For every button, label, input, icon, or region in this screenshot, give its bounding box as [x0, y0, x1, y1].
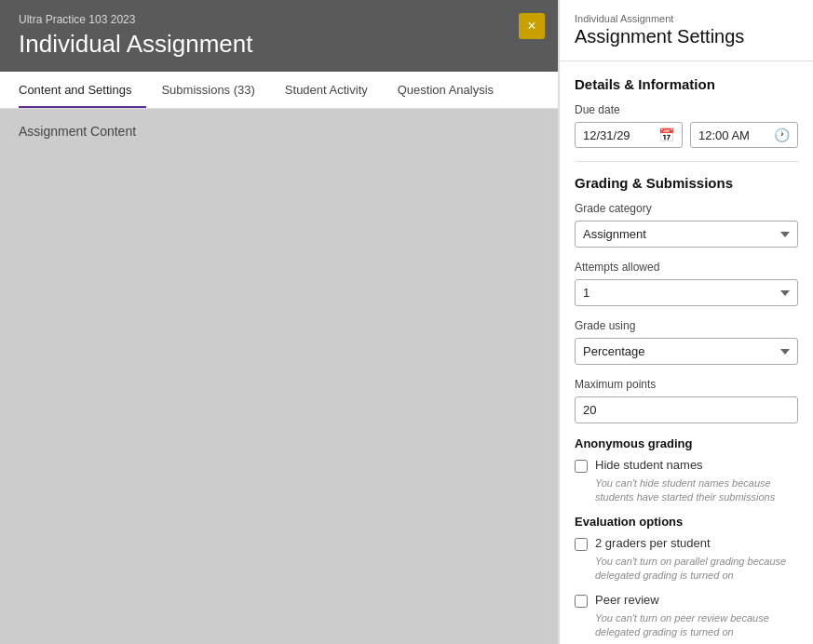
grading-section-title: Grading & Submissions: [575, 175, 798, 191]
max-points-input[interactable]: [575, 396, 798, 423]
attempts-allowed-group: Attempts allowed 1 2 3 Unlimited: [575, 261, 798, 306]
left-panel: Ultra Practice 103 2023 Individual Assig…: [0, 0, 559, 644]
tab-bar: Content and Settings Submissions (33) St…: [0, 72, 558, 109]
panel-label: Individual Assignment: [575, 13, 798, 24]
max-points-label: Maximum points: [575, 378, 798, 391]
details-section-title: Details & Information: [575, 76, 798, 92]
right-panel-body: Details & Information Due date 12/31/29 …: [560, 61, 813, 644]
tab-submissions[interactable]: Submissions (33): [161, 72, 269, 108]
right-panel: Individual Assignment Assignment Setting…: [559, 0, 813, 644]
content-area-label: Assignment Content: [19, 124, 136, 139]
grade-category-group: Grade category Assignment Test Discussio…: [575, 202, 798, 248]
grade-category-label: Grade category: [575, 202, 798, 215]
close-button[interactable]: ×: [519, 13, 545, 39]
tab-content-settings[interactable]: Content and Settings: [19, 72, 146, 108]
section-divider-1: [575, 161, 798, 162]
date-value: 12/31/29: [583, 128, 630, 142]
content-area: Assignment Content: [0, 109, 558, 644]
graders-per-student-checkbox[interactable]: [575, 538, 588, 551]
peer-review-row: Peer review: [575, 593, 798, 608]
graders-per-student-label: 2 graders per student: [595, 536, 711, 550]
hide-student-names-helper: You can't hide student names because stu…: [595, 476, 798, 505]
due-date-row: 12/31/29 📅 12:00 AM 🕐: [575, 122, 798, 148]
graders-per-student-helper: You can't turn on parallel grading becau…: [595, 555, 798, 584]
peer-review-label: Peer review: [595, 593, 659, 607]
peer-review-helper: You can't turn on peer review because de…: [595, 611, 798, 640]
time-input[interactable]: 12:00 AM 🕐: [690, 122, 798, 148]
tab-student-activity[interactable]: Student Activity: [285, 72, 383, 108]
page-title: Individual Assignment: [19, 30, 539, 59]
grade-using-label: Grade using: [575, 319, 798, 332]
calendar-icon: 📅: [658, 127, 674, 142]
grade-using-group: Grade using Percentage Points Letter: [575, 319, 798, 365]
grade-category-select[interactable]: Assignment Test Discussion Ungraded: [575, 221, 798, 248]
left-header: Ultra Practice 103 2023 Individual Assig…: [0, 0, 558, 72]
hide-student-names-checkbox[interactable]: [575, 460, 588, 473]
panel-title: Assignment Settings: [575, 26, 798, 47]
right-panel-header: Individual Assignment Assignment Setting…: [560, 0, 813, 61]
time-value: 12:00 AM: [698, 128, 750, 142]
attempts-allowed-select[interactable]: 1 2 3 Unlimited: [575, 279, 798, 306]
evaluation-options-title: Evaluation options: [575, 515, 798, 529]
course-name: Ultra Practice 103 2023: [19, 13, 539, 26]
max-points-group: Maximum points: [575, 378, 798, 423]
clock-icon: 🕐: [774, 127, 790, 142]
graders-per-student-row: 2 graders per student: [575, 536, 798, 551]
peer-review-checkbox[interactable]: [575, 595, 588, 608]
due-date-label: Due date: [575, 103, 798, 116]
grade-using-select[interactable]: Percentage Points Letter: [575, 338, 798, 365]
anonymous-grading-title: Anonymous grading: [575, 436, 798, 450]
attempts-allowed-label: Attempts allowed: [575, 261, 798, 274]
tab-question-analysis[interactable]: Question Analysis: [398, 72, 508, 108]
hide-student-names-row: Hide student names: [575, 458, 798, 473]
date-input[interactable]: 12/31/29 📅: [575, 122, 683, 148]
hide-student-names-label: Hide student names: [595, 458, 703, 472]
